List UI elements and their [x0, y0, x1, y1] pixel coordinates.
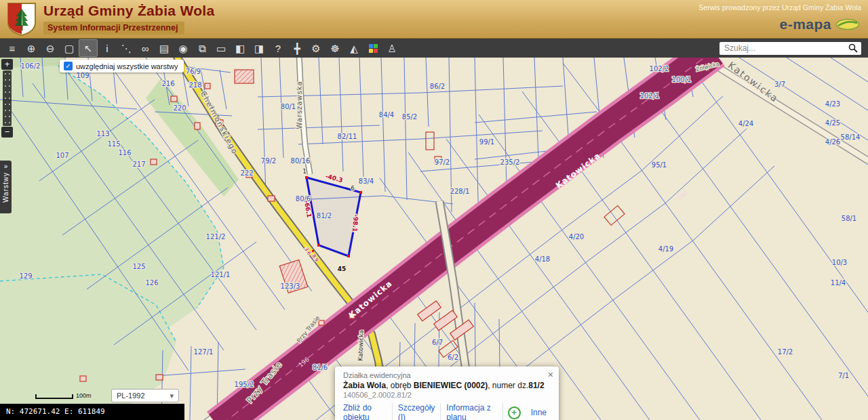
parcel-label: 85/2 [402, 113, 417, 121]
map-canvas[interactable]: ChełmońskiegoWarszawskaŻółwickaKatowicka… [0, 58, 868, 420]
link-icon[interactable]: ∞ [136, 39, 155, 57]
parcel-label: 58/1 [842, 215, 856, 222]
parcel-label: 4/19 [658, 245, 673, 253]
parcel-label: 80/1 [281, 103, 296, 110]
info-links: Zbliż do obiektuSzczegóły (I)Informacja … [343, 403, 552, 420]
parcel-label: 4/26 [825, 138, 840, 146]
add-icon[interactable]: + [508, 406, 521, 419]
scale-bar-label: 100m [76, 392, 92, 399]
parcel-label: 81/6 [313, 364, 328, 371]
screenshot-icon[interactable]: ▭ [212, 39, 231, 57]
info-link-2[interactable]: Szczegóły (I) [393, 403, 441, 420]
close-icon[interactable]: × [548, 370, 553, 379]
service-note: Serwis prowadzony przez Urząd Gminy Żabi… [698, 3, 861, 12]
feature-type-label: Działka ewidencyjna [343, 371, 552, 379]
parcel-label: 4/20 [569, 233, 584, 240]
parcel-label: 106/2 [21, 62, 41, 70]
measure-icon[interactable]: ⋱ [117, 39, 136, 57]
pointer-icon[interactable]: ↖ [79, 39, 98, 57]
scale-bar-line [35, 394, 73, 399]
parcel-label: 107 [56, 152, 68, 159]
parcel-label: 11/4 [831, 279, 846, 287]
parcel-label: 82/11 [338, 133, 357, 140]
page-subtitle: System Informacji Przestrzennej [43, 22, 184, 35]
search-box [719, 41, 861, 55]
parcel-label: 129 [19, 272, 32, 280]
select-area-icon[interactable]: ▢ [60, 39, 79, 57]
street-label: Warszawska [296, 81, 303, 129]
info-link-4[interactable]: Inne [526, 408, 552, 417]
print-icon[interactable]: ▤ [155, 39, 174, 57]
all-layers-toggle[interactable]: ✓ uwzględniaj wszystkie warstwy [60, 60, 184, 72]
zoom-in-button[interactable]: + [1, 59, 13, 70]
zoom-in-icon[interactable]: ⊕ [22, 39, 41, 57]
checkbox-checked-icon[interactable]: ✓ [64, 62, 73, 70]
emapa-brand: e-mapa [779, 16, 831, 33]
parcel-label: 109 [76, 72, 89, 79]
app-window: Urząd Gminy Żabia Wola System Informacji… [0, 0, 868, 420]
feature-name: Żabia Wola, obręb BIENIEWIEC (0002), num… [343, 381, 552, 390]
toolbar: ≡⊕⊖▢↖i⋱∞▤◉⧉▭◧◨?╋⚙☸◭♙ [0, 39, 868, 58]
parcel-label: 81/2 [317, 212, 332, 219]
parcel-label: 4/24 [738, 120, 753, 127]
zoom-out-icon[interactable]: ⊖ [41, 39, 60, 57]
feedback-icon[interactable]: ◨ [250, 39, 269, 57]
legend-icon[interactable] [363, 39, 382, 57]
parcel-label: 102/2 [650, 65, 669, 72]
parcel-label: 10/3 [832, 259, 847, 266]
parcel-label: 84/4 [379, 111, 394, 119]
parcel-label: 79/2 [261, 157, 276, 165]
feature-info-panel: Działka ewidencyjna × Żabia Wola, obręb … [335, 366, 559, 420]
coordinate-readout: N: 472671.42 E: 611849 [0, 404, 184, 420]
parcel-label: 102/1 [640, 92, 660, 100]
feature-id: 140506_2.0002.81/2 [343, 391, 552, 399]
mirror-icon[interactable]: ◭ [344, 39, 363, 57]
info-link-3[interactable]: Informacja z planu [441, 403, 502, 420]
parcel-label: 113 [96, 130, 109, 138]
parcel-label: 6/2 [448, 354, 458, 361]
dimension-label: 6 [351, 186, 354, 192]
help-icon[interactable]: ? [269, 39, 288, 57]
coords-icon[interactable]: ╋ [288, 39, 307, 57]
parcel-label: 127/1 [194, 348, 214, 356]
dimension-label: 45 [338, 266, 347, 272]
parcel-label: 17/2 [778, 348, 793, 356]
info-icon[interactable]: i [98, 39, 117, 57]
search-icon[interactable] [848, 43, 858, 53]
zoom-controls: + − [1, 59, 13, 138]
zoom-out-button[interactable]: − [1, 127, 13, 138]
street-label: Katowicka [357, 330, 365, 361]
coat-of-arms [7, 2, 37, 37]
info-link-1[interactable]: Zbliż do obiektu [343, 403, 393, 420]
settings-icon[interactable]: ⚙ [307, 39, 326, 57]
parcel-label: 58/14 [841, 133, 861, 141]
layers-icon[interactable]: ≡ [3, 39, 22, 57]
scale-bar: 100m [35, 392, 92, 399]
page-title: Urząd Gminy Żabia Wola [43, 3, 214, 19]
parcel-label: 95/1 [652, 161, 667, 169]
crs-selector[interactable]: PL-1992 ▾ [111, 389, 179, 402]
comments-icon[interactable]: ◧ [231, 39, 250, 57]
parcel-label: 121/2 [206, 233, 226, 240]
layers-panel-tab[interactable]: » Warstwy [0, 161, 12, 213]
parcel-label: 99/1 [479, 138, 494, 146]
copy-view-icon[interactable]: ⧉ [193, 39, 212, 57]
parcel-label: 126 [145, 279, 158, 287]
parcel-label: 121/1 [211, 271, 231, 278]
all-layers-label: uwzględniaj wszystkie warstwy [76, 62, 178, 70]
layers-tab-label: Warstwy [2, 172, 9, 203]
parcel-label: 115 [107, 140, 120, 148]
parcel-label: 195/2 [235, 381, 254, 388]
parcel-label: 4/18 [535, 255, 550, 263]
parcel-label: 222 [240, 169, 253, 177]
tools-icon[interactable]: ☸ [326, 39, 344, 57]
zoom-slider[interactable] [3, 70, 12, 126]
dimension-label: 1 [302, 169, 306, 175]
search-input[interactable] [719, 42, 861, 55]
streetview-icon[interactable]: ♙ [382, 39, 401, 57]
parcel-label: 100/1 [672, 76, 692, 83]
parcel-label: 7/1 [838, 372, 849, 379]
header: Urząd Gminy Żabia Wola System Informacji… [0, 0, 868, 39]
gps-icon[interactable]: ◉ [174, 39, 193, 57]
chevron-down-icon: ▾ [170, 392, 174, 400]
